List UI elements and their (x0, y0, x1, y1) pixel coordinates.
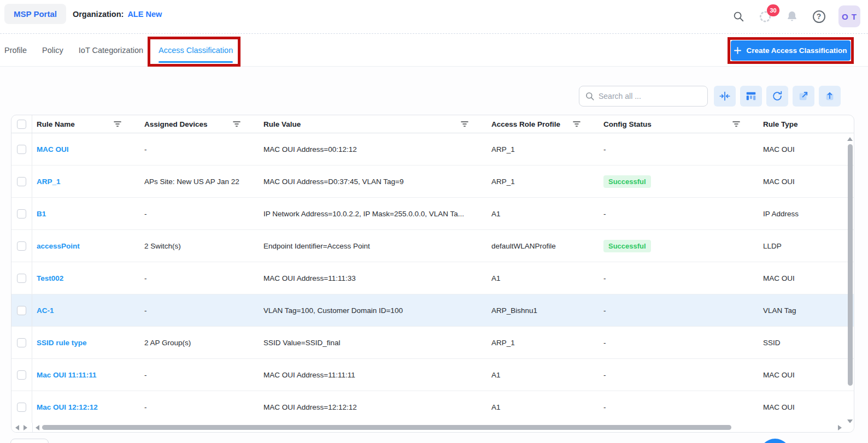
assigned-devices-cell: - (140, 198, 259, 229)
table-row[interactable]: B1 - IP Network Address=10.0.2.2, IP Mas… (11, 198, 854, 230)
assigned-devices-cell: - (140, 262, 259, 294)
table-row[interactable]: SSID rule type 2 AP Group(s) SSID Value=… (11, 327, 854, 359)
row-checkbox[interactable] (17, 274, 26, 283)
search-input[interactable] (599, 92, 702, 101)
horizontal-scroll-right-arrow[interactable] (838, 425, 842, 430)
export-icon (824, 90, 836, 102)
plus-icon (734, 47, 741, 54)
assigned-devices-cell: - (140, 133, 259, 165)
collapse-columns-icon (719, 90, 731, 102)
rule-type-cell: VLAN Tag (759, 294, 854, 326)
row-checkbox[interactable] (17, 370, 26, 380)
config-status-cell: - (599, 359, 759, 391)
rule-value-cell: IP Network Address=10.0.2.2, IP Mask=255… (259, 198, 487, 229)
frozen-scroll-right-arrow[interactable] (24, 425, 27, 430)
table-row[interactable]: Test002 - MAC OUI Address=11:11:33 A1 - … (11, 262, 854, 294)
rule-value-cell: MAC OUI Address=11:11:33 (259, 262, 487, 294)
row-checkbox[interactable] (17, 241, 26, 251)
floating-action-button[interactable] (760, 439, 790, 443)
organization: Organization: ALE New (73, 10, 162, 19)
columns-button[interactable] (740, 86, 762, 107)
rule-type-cell: MAC OUI (759, 166, 854, 197)
rule-name-link[interactable]: Mac OUI 12:12:12 (37, 403, 98, 411)
open-in-new-button[interactable] (793, 86, 814, 107)
rule-value-cell: MAC OUI Address=D0:37:45, VLAN Tag=9 (259, 166, 487, 197)
rule-name-link[interactable]: Mac OUI 11:11:11 (37, 371, 97, 379)
row-checkbox[interactable] (17, 306, 26, 315)
collapse-columns-button[interactable] (714, 86, 736, 107)
access-role-profile-cell: A1 (487, 391, 599, 423)
filter-icon[interactable] (573, 121, 580, 127)
export-button[interactable] (819, 86, 841, 107)
select-all-checkbox[interactable] (17, 120, 26, 129)
table-row[interactable]: Mac OUI 12:12:12 - MAC OUI Address=12:12… (11, 391, 854, 423)
bell-icon[interactable] (785, 9, 799, 23)
tab-access-classification[interactable]: Access Classification (159, 34, 233, 66)
refresh-icon (771, 90, 783, 102)
row-checkbox[interactable] (17, 145, 26, 154)
filter-icon[interactable] (114, 121, 121, 127)
rule-value-cell: VLAN Tag=100, Customer Domain ID=100 (259, 294, 487, 326)
rule-type-cell: MAC OUI (759, 359, 854, 391)
horizontal-scrollbar-thumb[interactable] (42, 425, 731, 430)
table-row[interactable]: accessPoint 2 Switch(s) Endpoint Identif… (11, 230, 854, 262)
column-header: Rule Name (37, 120, 75, 128)
search-input-icon (585, 91, 595, 101)
content-area: Rule Name Assigned Devices Rule Value Ac… (0, 67, 868, 443)
columns-icon (745, 90, 757, 102)
tab-profile[interactable]: Profile (4, 34, 27, 66)
help-icon[interactable]: ? (812, 9, 826, 23)
search-box (579, 86, 708, 107)
config-status-cell: - (599, 391, 759, 423)
rule-name-link[interactable]: Test002 (37, 274, 63, 282)
row-checkbox[interactable] (17, 338, 26, 347)
column-header: Rule Type (763, 120, 798, 128)
rule-type-cell: MAC OUI (759, 262, 854, 294)
assigned-devices-cell: - (140, 359, 259, 391)
table-row[interactable]: ARP_1 APs Site: New US AP Jan 22 MAC OUI… (11, 166, 854, 198)
vertical-scroll-up-arrow[interactable] (847, 137, 853, 141)
config-status-cell: - (599, 198, 759, 229)
tab-policy[interactable]: Policy (42, 34, 63, 66)
row-checkbox[interactable] (17, 403, 26, 412)
scrollbar-divider (32, 423, 33, 432)
rule-name-link[interactable]: B1 (37, 210, 46, 218)
config-status-badge: Successful (603, 175, 651, 188)
access-role-profile-cell: ARP_1 (487, 327, 599, 358)
refresh-button[interactable] (766, 86, 788, 107)
assigned-devices-cell: - (140, 294, 259, 326)
access-role-profile-cell: ARP_1 (487, 133, 599, 165)
filter-icon[interactable] (233, 121, 241, 127)
config-status-cell: - (599, 327, 759, 358)
create-access-classification-button[interactable]: Create Access Classification (731, 40, 851, 61)
tab-iot-categorization[interactable]: IoT Categorization (79, 34, 143, 66)
horizontal-scroll-left-arrow[interactable] (36, 425, 39, 430)
vertical-scrollbar-thumb[interactable] (848, 144, 853, 386)
rule-type-cell: LLDP (759, 230, 854, 262)
access-role-profile-cell: ARP_Bishnu1 (487, 294, 599, 326)
msp-portal-chip[interactable]: MSP Portal (4, 4, 66, 24)
filter-icon[interactable] (732, 121, 740, 127)
avatar[interactable]: O T (838, 5, 860, 27)
rule-value-cell: SSID Value=SSID_final (259, 327, 487, 358)
access-role-profile-cell: A1 (487, 198, 599, 229)
loading-spinner-icon[interactable]: 30 (758, 9, 772, 23)
table-row[interactable]: MAC OUI - MAC OUI Address=00:12:12 ARP_1… (11, 133, 854, 166)
page-size-select[interactable] (10, 439, 49, 443)
notification-count-badge: 30 (767, 4, 779, 16)
assigned-devices-cell: APs Site: New US AP Jan 22 (140, 166, 259, 197)
rule-name-link[interactable]: ARP_1 (37, 178, 61, 186)
organization-link[interactable]: ALE New (127, 10, 162, 19)
filter-icon[interactable] (461, 121, 468, 127)
table-row-highlighted[interactable]: AC-1 - VLAN Tag=100, Customer Domain ID=… (11, 294, 854, 327)
rule-name-link[interactable]: accessPoint (37, 242, 80, 250)
search-icon[interactable] (731, 9, 746, 23)
rule-name-link[interactable]: SSID rule type (37, 339, 87, 347)
rule-type-cell: MAC OUI (759, 391, 854, 423)
frozen-scroll-left-arrow[interactable] (15, 425, 19, 430)
rule-name-link[interactable]: AC-1 (37, 306, 54, 315)
rule-name-link[interactable]: MAC OUI (37, 145, 69, 153)
row-checkbox[interactable] (17, 177, 26, 186)
table-row[interactable]: Mac OUI 11:11:11 - MAC OUI Address=11:11… (11, 359, 854, 391)
row-checkbox[interactable] (17, 209, 26, 218)
